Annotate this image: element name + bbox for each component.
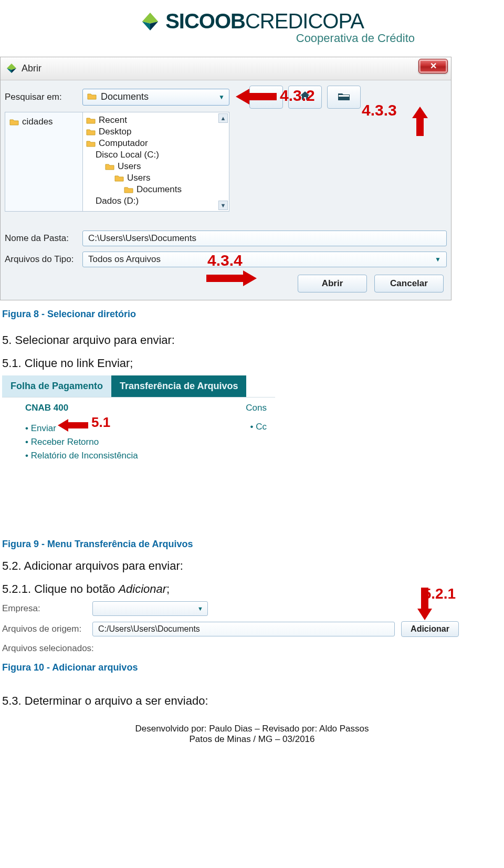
callout-4-3-3: 4.3.3 — [362, 101, 397, 119]
new-folder-button[interactable] — [327, 86, 361, 109]
tree-item[interactable]: Recent — [86, 114, 226, 126]
tree-item-label: Disco Local (C:) — [96, 150, 159, 160]
side-item-cidades[interactable]: cidades — [8, 116, 79, 128]
brand-header: SICOOBCREDICOPA Cooperativa de Crédito — [0, 0, 504, 47]
new-folder-icon — [337, 90, 351, 104]
svg-marker-10 — [58, 419, 88, 432]
folder-icon — [9, 118, 19, 126]
close-icon: ✕ — [430, 61, 437, 71]
close-button[interactable]: ✕ — [418, 59, 448, 74]
tabs-screenshot: Folha de Pagamento Transferência de Arqu… — [2, 375, 275, 476]
tree-item[interactable]: Users — [86, 161, 226, 172]
dialog-side-panel: cidades — [5, 112, 82, 212]
search-in-combo[interactable]: Documents ▼ — [82, 89, 229, 106]
svg-rect-6 — [339, 95, 349, 97]
tab-transferencia[interactable]: Transferência de Arquivos — [111, 375, 246, 397]
origem-label: Arquivos de origem: — [2, 624, 86, 634]
arrow-right-icon — [206, 269, 257, 287]
svg-marker-9 — [206, 270, 257, 286]
brand-logo-icon — [140, 12, 160, 32]
brand-name: SICOOBCREDICOPA — [165, 9, 364, 33]
folder-icon — [86, 140, 96, 147]
search-in-value: Documents — [101, 91, 149, 102]
tree-item-label: Users — [127, 173, 150, 183]
brand-subtitle: Cooperativa de Crédito — [0, 32, 415, 45]
step-5-1: 5.1. Clique no link Enviar; — [2, 357, 504, 370]
folder-icon — [105, 163, 114, 170]
selected-files-label: Arquivos selecionados: — [2, 643, 459, 654]
scroll-up-button[interactable]: ▲ — [218, 113, 228, 123]
origem-input[interactable]: C:/Users\Users\Documents — [92, 622, 395, 636]
figure-10-caption: Figura 10 - Adicionar arquivos — [2, 662, 504, 673]
footer-line-2: Patos de Minas / MG – 03/2016 — [0, 734, 504, 745]
step-5-3: 5.3. Determinar o arquivo a ser enviado: — [2, 694, 504, 708]
step-5-2: 5.2. Adicionar arquivos para enviar: — [2, 559, 504, 573]
callout-5-1: 5.1 — [91, 414, 110, 431]
app-mini-icon — [6, 62, 17, 74]
tree-item-label: Documents — [136, 184, 182, 195]
folder-icon — [87, 91, 97, 102]
file-open-dialog: Abrir ✕ Pesquisar em: Documents ▼ — [0, 57, 452, 300]
file-type-value: Todos os Arquivos — [88, 254, 161, 265]
tree-item[interactable]: Computador — [86, 138, 226, 149]
file-type-combo[interactable]: Todos os Arquivos ▼ — [82, 252, 447, 267]
arrow-left-icon — [58, 419, 88, 432]
folder-name-input[interactable]: C:\Users\Users\Documents — [82, 231, 447, 246]
chevron-down-icon: ▼ — [218, 93, 225, 101]
folder-icon — [114, 174, 124, 182]
cnab-heading: CNAB 400 — [25, 403, 68, 413]
dialog-title: Abrir — [22, 63, 41, 74]
tree-item[interactable]: Disco Local (C:) — [86, 149, 226, 161]
dialog-titlebar[interactable]: Abrir ✕ — [1, 57, 451, 80]
folder-icon — [124, 186, 133, 193]
folder-icon — [86, 128, 96, 135]
link-receber-retorno[interactable]: • Receber Retorno — [25, 435, 267, 449]
svg-marker-0 — [142, 12, 158, 23]
empresa-label: Empresa: — [2, 603, 86, 614]
tree-item[interactable]: Dados (D:) — [86, 195, 226, 207]
link-relatorio[interactable]: • Relatório de Inconsistência — [25, 449, 267, 463]
figure-9-caption: Figura 9 - Menu Transferência de Arquivo… — [2, 539, 504, 550]
open-button[interactable]: Abrir — [298, 275, 367, 292]
chevron-down-icon: ▼ — [435, 256, 441, 263]
callout-4-3-4: 4.3.4 — [207, 252, 243, 269]
arrow-up-icon — [411, 107, 429, 136]
adicionar-button[interactable]: Adicionar — [401, 621, 459, 637]
tree-item[interactable]: Documents — [86, 184, 226, 195]
tree-item-label: Computador — [99, 138, 148, 149]
cc-link[interactable]: • Cc — [250, 422, 267, 432]
footer-line-1: Desenvolvido por: Paulo Dias – Revisado … — [0, 724, 504, 734]
side-item-label: cidades — [22, 117, 53, 127]
origem-value: C:/Users\Users\Documents — [98, 624, 200, 634]
dialog-tree[interactable]: ▲ ▼ RecentDesktopComputadorDisco Local (… — [82, 112, 229, 212]
add-files-panel: 5.2.1 Empresa: ▼ Arquivos de origem: C:/… — [2, 601, 459, 654]
callout-4-3-2: 4.3.2 — [280, 87, 315, 104]
tab-folha[interactable]: Folha de Pagamento — [2, 375, 111, 397]
cancel-button[interactable]: Cancelar — [374, 275, 444, 292]
tree-item[interactable]: Desktop — [86, 126, 226, 138]
folder-name-label: Nome da Pasta: — [5, 233, 78, 244]
folder-name-value: C:\Users\Users\Documents — [88, 233, 196, 244]
tree-item-label: Desktop — [99, 127, 131, 137]
arrow-left-icon — [236, 88, 277, 106]
tree-item-label: Recent — [99, 115, 127, 126]
search-in-label: Pesquisar em: — [5, 92, 78, 102]
svg-marker-8 — [412, 107, 428, 136]
page-footer: Desenvolvido por: Paulo Dias – Revisado … — [0, 724, 504, 745]
tree-item[interactable]: Users — [86, 172, 226, 184]
folder-icon — [86, 117, 96, 124]
cons-heading: Cons — [246, 403, 267, 413]
svg-marker-7 — [236, 89, 277, 104]
file-type-label: Arquivos do Tipo: — [5, 254, 78, 265]
scroll-down-button[interactable]: ▼ — [218, 201, 228, 210]
step-5: 5. Selecionar arquivo para enviar: — [2, 333, 504, 347]
figure-8-caption: Figura 8 - Selecionar diretório — [2, 309, 504, 320]
empresa-combo[interactable]: ▼ — [92, 601, 208, 616]
tree-item-label: Dados (D:) — [96, 196, 139, 206]
arrow-down-icon — [417, 588, 433, 620]
chevron-down-icon: ▼ — [197, 605, 203, 612]
svg-marker-11 — [417, 588, 432, 620]
tree-item-label: Users — [118, 161, 141, 172]
